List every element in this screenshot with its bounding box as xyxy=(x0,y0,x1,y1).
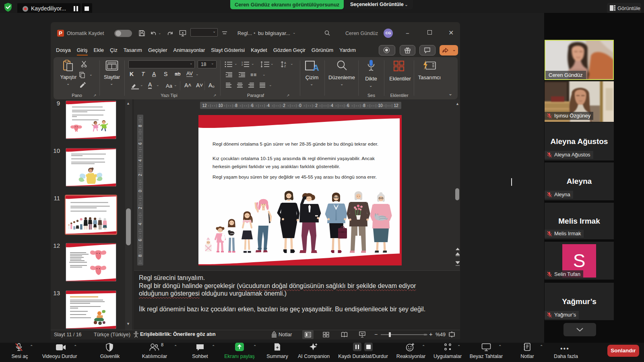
svg-text:4: 4 xyxy=(331,103,333,108)
svg-text:2: 2 xyxy=(138,174,142,176)
svg-text:4: 4 xyxy=(138,223,142,225)
svg-text:10: 10 xyxy=(218,103,223,108)
svg-text:8: 8 xyxy=(363,103,365,108)
svg-text:8: 8 xyxy=(138,125,142,127)
svg-text:4: 4 xyxy=(267,103,270,108)
svg-text:2: 2 xyxy=(315,103,318,108)
svg-text:herkesin gelişimi farklıdır ve: herkesin gelişimi farklıdır ve yaş aralı… xyxy=(213,164,340,169)
svg-text:6: 6 xyxy=(138,239,142,241)
svg-text:A: A xyxy=(313,63,319,72)
svg-text:2: 2 xyxy=(242,64,243,66)
svg-text:6: 6 xyxy=(251,103,254,108)
svg-text:Z: Z xyxy=(284,65,286,68)
svg-text:2: 2 xyxy=(138,207,142,209)
svg-text:Regl dönemi ortalama 5 gün sür: Regl dönemi ortalama 5 gün sürer ve her … xyxy=(213,141,378,146)
svg-text:8: 8 xyxy=(138,255,142,257)
svg-text:Kız çocukları ortalama 10-15 y: Kız çocukları ortalama 10-15 yaş arasınd… xyxy=(213,156,375,161)
svg-text:8: 8 xyxy=(235,103,237,108)
svg-text:4: 4 xyxy=(138,159,142,162)
svg-text:6: 6 xyxy=(138,142,142,145)
svg-text:0: 0 xyxy=(138,190,142,192)
svg-text:A: A xyxy=(284,62,286,64)
svg-text:2: 2 xyxy=(283,103,285,108)
svg-text:12: 12 xyxy=(202,103,207,108)
svg-text:0: 0 xyxy=(299,103,301,108)
svg-text:6: 6 xyxy=(347,103,349,108)
svg-text:10: 10 xyxy=(378,103,383,108)
svg-text:12: 12 xyxy=(394,103,398,108)
svg-text:Regl yaşam boyu süren bir şey: Regl yaşam boyu süren bir şey değildir v… xyxy=(213,174,377,179)
